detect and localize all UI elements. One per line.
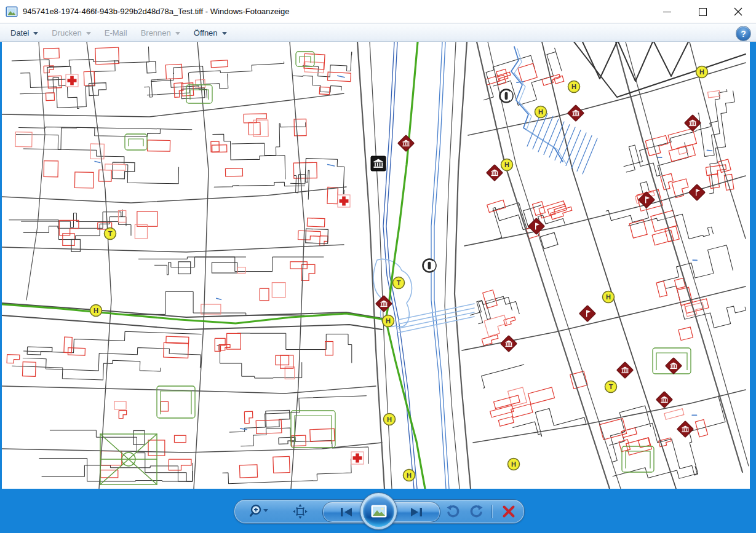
svg-text:H: H [699, 68, 704, 76]
map-marker-red-cross [351, 452, 364, 464]
bottom-toolbar [0, 489, 756, 533]
map-marker-stop: H [696, 66, 708, 78]
menu-brennen-label: Brennen [141, 28, 171, 38]
map-marker-red-cross [338, 195, 350, 207]
map-marker-red-cross [66, 74, 78, 87]
toolbar-divider [491, 505, 492, 518]
svg-text:H: H [504, 161, 509, 168]
svg-text:H: H [386, 317, 391, 325]
chevron-down-icon [222, 32, 227, 35]
map-marker-stop: H [535, 106, 547, 118]
svg-text:H: H [407, 472, 412, 479]
menu-datei[interactable]: Datei [4, 26, 45, 40]
slideshow-icon [363, 495, 394, 527]
help-button[interactable]: ? [736, 26, 751, 41]
next-icon [409, 507, 424, 518]
chevron-down-icon [86, 32, 91, 35]
map-marker-stop: T [393, 277, 405, 289]
window-controls [649, 0, 756, 23]
svg-text:H: H [538, 108, 543, 116]
map-marker-stop: H [568, 81, 580, 93]
map-marker-stop: H [508, 459, 520, 470]
map-marker-stop: H [384, 414, 396, 425]
minimize-button[interactable] [649, 0, 685, 23]
rotate-counterclockwise-icon [445, 504, 460, 519]
help-question-icon: ? [741, 29, 746, 39]
map-marker-stop: H [383, 315, 394, 327]
menu-drucken: Drucken [45, 26, 97, 40]
menu-email: E-Mail [98, 26, 134, 40]
svg-text:H: H [94, 307, 98, 314]
menu-oeffnen[interactable]: Öffnen [187, 26, 234, 40]
photo-viewer-icon [6, 6, 18, 17]
titlebar: 945741e8-1974-466f-943b-929b2d48d78a_Tes… [0, 0, 756, 23]
menubar: Datei Drucken E-Mail Brennen Öffnen ? [0, 23, 756, 42]
zoom-button[interactable] [248, 503, 270, 520]
map-marker-stop: T [605, 381, 617, 393]
svg-text:T: T [397, 279, 401, 286]
toolbar-pill [234, 499, 525, 524]
rotate-clockwise-icon [469, 504, 484, 519]
map-image: HHHHHHHHHHTTT [2, 42, 750, 489]
menu-datei-label: Datei [10, 28, 29, 38]
chevron-down-icon [33, 32, 38, 35]
previous-button[interactable] [334, 504, 359, 520]
map-marker-stop: H [90, 305, 102, 317]
delete-x-icon [502, 505, 515, 518]
photo-canvas: HHHHHHHHHHTTT [2, 42, 750, 489]
rotate-clockwise-button[interactable] [468, 503, 486, 520]
svg-text:H: H [571, 83, 576, 90]
chevron-down-icon [175, 32, 180, 35]
magnifier-plus-icon [249, 503, 269, 519]
menu-email-label: E-Mail [105, 28, 127, 38]
map-marker-stop: H [404, 470, 415, 481]
next-button[interactable] [404, 504, 429, 520]
map-marker-museum-square [371, 156, 386, 171]
maximize-button[interactable] [685, 0, 720, 23]
map-marker-station-circle [423, 259, 436, 272]
close-icon [734, 7, 742, 16]
viewer-content-area: HHHHHHHHHHTTT [0, 42, 756, 489]
delete-button[interactable] [499, 503, 519, 520]
previous-icon [339, 507, 354, 518]
photo-viewer-window: { "window": { "title": "945741e8-1974-46… [0, 0, 756, 533]
actual-size-button[interactable] [291, 503, 309, 520]
svg-text:T: T [108, 230, 113, 237]
rotate-counterclockwise-button[interactable] [444, 503, 462, 520]
svg-text:H: H [606, 293, 611, 301]
map-marker-stop: H [603, 291, 615, 303]
actual-size-icon [292, 503, 308, 519]
svg-text:H: H [387, 416, 392, 423]
maximize-icon [699, 8, 707, 16]
minimize-icon [663, 12, 671, 12]
menu-drucken-label: Drucken [52, 28, 81, 38]
menu-brennen: Brennen [134, 26, 187, 40]
window-title: 945741e8-1974-466f-943b-929b2d48d78a_Tes… [23, 7, 289, 16]
close-button[interactable] [720, 0, 756, 23]
svg-text:T: T [609, 383, 613, 390]
map-marker-stop: H [501, 159, 513, 171]
menu-oeffnen-label: Öffnen [194, 28, 218, 38]
slideshow-button[interactable] [360, 492, 397, 530]
map-marker-stop: T [105, 228, 116, 240]
map-marker-station-circle [500, 90, 513, 103]
svg-text:H: H [511, 460, 516, 468]
